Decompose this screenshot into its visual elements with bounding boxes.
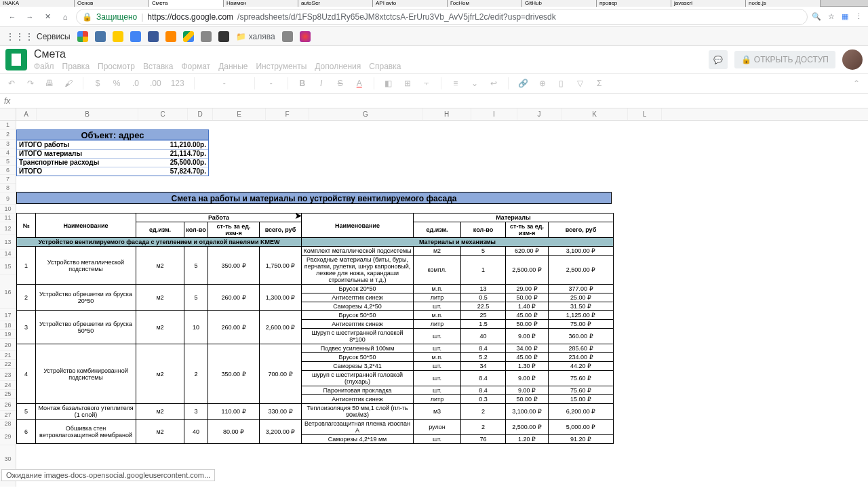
increase-decimal-button[interactable]: .00 bbox=[150, 79, 161, 88]
col-header[interactable]: D bbox=[188, 108, 213, 120]
col-header[interactable]: F bbox=[266, 108, 309, 120]
tab[interactable]: node.js bbox=[746, 0, 821, 7]
table-row[interactable]: 2Устройство обрешетки из бруска 20*50м25… bbox=[17, 285, 614, 293]
row-header[interactable]: 8 bbox=[0, 184, 16, 192]
star-icon[interactable]: ☆ bbox=[828, 12, 835, 21]
row-header[interactable]: 10 bbox=[0, 205, 16, 214]
document-title[interactable]: Смета bbox=[34, 48, 702, 60]
formula-bar[interactable]: fx bbox=[0, 94, 868, 108]
summary-row[interactable]: ИТОГО работы11,210.00р. bbox=[17, 140, 208, 149]
row-header[interactable]: 1 bbox=[0, 121, 16, 129]
estimate-title[interactable]: Смета на работы и материалы по устройств… bbox=[16, 192, 612, 204]
col-header[interactable]: L bbox=[628, 108, 662, 120]
menu-edit[interactable]: Правка bbox=[62, 62, 90, 71]
table-row[interactable]: 6Обшивка стен ветровлагозащитной мембран… bbox=[17, 420, 614, 435]
row-header[interactable]: 12 bbox=[0, 222, 16, 235]
row-header[interactable]: 9 bbox=[0, 192, 16, 205]
row-header[interactable]: 23 bbox=[0, 369, 16, 381]
font-select[interactable]: - bbox=[204, 79, 245, 88]
row-header[interactable]: 16 bbox=[0, 275, 16, 309]
row-header[interactable]: 22 bbox=[0, 360, 16, 369]
menu-tools[interactable]: Инструменты bbox=[256, 62, 307, 71]
row-header[interactable]: 30 bbox=[0, 445, 16, 472]
bookmark-gdrive-icon[interactable] bbox=[183, 31, 194, 42]
col-header[interactable]: K bbox=[561, 108, 628, 120]
valign-button[interactable]: ⌄ bbox=[470, 79, 479, 88]
wrap-button[interactable]: ↩ bbox=[489, 79, 498, 88]
bookmark-icon[interactable] bbox=[165, 31, 176, 42]
extension-icon[interactable]: ▦ bbox=[842, 12, 848, 21]
row-header[interactable]: 25 bbox=[0, 390, 16, 399]
row-header[interactable]: 7 bbox=[0, 175, 16, 184]
bookmark-icon[interactable] bbox=[300, 31, 311, 42]
tab[interactable]: ГосНом bbox=[448, 0, 522, 7]
link-button[interactable]: 🔗 bbox=[518, 79, 528, 88]
row-header[interactable]: 17 bbox=[0, 309, 16, 321]
menu-data[interactable]: Данные bbox=[218, 62, 248, 71]
row-header[interactable]: 11 bbox=[0, 214, 16, 222]
borders-button[interactable]: ⊞ bbox=[403, 79, 412, 88]
bookmark-google-icon[interactable] bbox=[77, 31, 88, 42]
row-header[interactable]: 13 bbox=[0, 235, 16, 249]
summary-row[interactable]: Транспортные расходы25,500.00р. bbox=[17, 158, 208, 167]
tab[interactable]: GitHub bbox=[522, 0, 597, 7]
comments-button[interactable]: 💬 bbox=[709, 50, 728, 69]
bookmark-icon[interactable] bbox=[130, 31, 141, 42]
tab[interactable]: провер bbox=[597, 0, 671, 7]
functions-button[interactable]: Σ bbox=[595, 79, 604, 88]
table-row[interactable]: 5Монтаж базальтового утеплителя (1 слой)… bbox=[17, 404, 614, 420]
text-color-button[interactable]: A bbox=[355, 79, 364, 88]
row-header[interactable]: 19 bbox=[0, 330, 16, 339]
bookmark-icon[interactable] bbox=[282, 31, 293, 42]
menu-view[interactable]: Просмотр bbox=[98, 62, 135, 71]
collapse-toolbar-button[interactable]: ⌃ bbox=[852, 79, 861, 88]
bookmark-icon[interactable] bbox=[218, 31, 229, 42]
row-header[interactable]: 6 bbox=[0, 166, 16, 175]
bold-button[interactable]: B bbox=[298, 79, 307, 88]
row-header[interactable]: 5 bbox=[0, 157, 16, 166]
filter-button[interactable]: ▽ bbox=[576, 79, 585, 88]
menu-insert[interactable]: Вставка bbox=[143, 62, 174, 71]
browser-tabs[interactable]: INAKA Основ Смета Наимен autoSer API avt… bbox=[0, 0, 868, 7]
redo-button[interactable]: ↷ bbox=[26, 79, 35, 88]
back-button[interactable]: ← bbox=[5, 10, 19, 24]
menu-addons[interactable]: Дополнения bbox=[315, 62, 361, 71]
bookmark-icon[interactable] bbox=[201, 31, 212, 42]
font-size-select[interactable]: - bbox=[264, 79, 278, 88]
forward-button[interactable]: → bbox=[23, 10, 37, 24]
select-all-corner[interactable] bbox=[0, 108, 16, 121]
italic-button[interactable]: I bbox=[317, 79, 326, 88]
col-header[interactable]: G bbox=[309, 108, 422, 120]
menu-format[interactable]: Формат bbox=[181, 62, 210, 71]
row-header[interactable]: 27 bbox=[0, 411, 16, 420]
estimate-table[interactable]: № Наименование Работа Наименование Матер… bbox=[16, 213, 614, 444]
tab[interactable]: INAKA bbox=[0, 0, 75, 7]
row-header[interactable]: 14 bbox=[0, 249, 16, 258]
col-header[interactable]: J bbox=[517, 108, 561, 120]
bookmark-yandex-icon[interactable] bbox=[113, 31, 123, 42]
address-bar[interactable]: 🔒 Защищено | https://docs.google.com/spr… bbox=[76, 9, 808, 25]
tab[interactable]: Наимен bbox=[224, 0, 298, 7]
row-header[interactable]: 4 bbox=[0, 148, 16, 157]
col-header[interactable]: C bbox=[138, 108, 188, 120]
row-header[interactable]: 24 bbox=[0, 381, 16, 390]
chart-button[interactable]: ▯ bbox=[557, 79, 566, 88]
col-header[interactable]: E bbox=[213, 108, 266, 120]
search-icon[interactable]: 🔍 bbox=[812, 12, 821, 21]
number-format-button[interactable]: 123 bbox=[171, 79, 184, 88]
tab[interactable]: API avto bbox=[373, 0, 448, 7]
comment-button[interactable]: ⊕ bbox=[538, 79, 547, 88]
col-header[interactable]: B bbox=[37, 108, 138, 120]
col-header[interactable]: H bbox=[422, 108, 471, 120]
col-header[interactable]: A bbox=[16, 108, 37, 120]
summary-header[interactable]: Объект: адрес bbox=[17, 130, 208, 140]
halign-button[interactable]: ≡ bbox=[451, 79, 460, 88]
fill-color-button[interactable]: ◧ bbox=[384, 79, 393, 88]
row-header[interactable]: 15 bbox=[0, 258, 16, 275]
row-header[interactable]: 28 bbox=[0, 420, 16, 428]
merge-button[interactable]: ⫟ bbox=[422, 79, 431, 88]
menu-file[interactable]: Файл bbox=[34, 62, 54, 71]
tab[interactable]: autoSer bbox=[298, 0, 373, 7]
decrease-decimal-button[interactable]: .0 bbox=[131, 79, 140, 88]
bookmark-folder[interactable]: 📁 халява bbox=[236, 32, 275, 41]
